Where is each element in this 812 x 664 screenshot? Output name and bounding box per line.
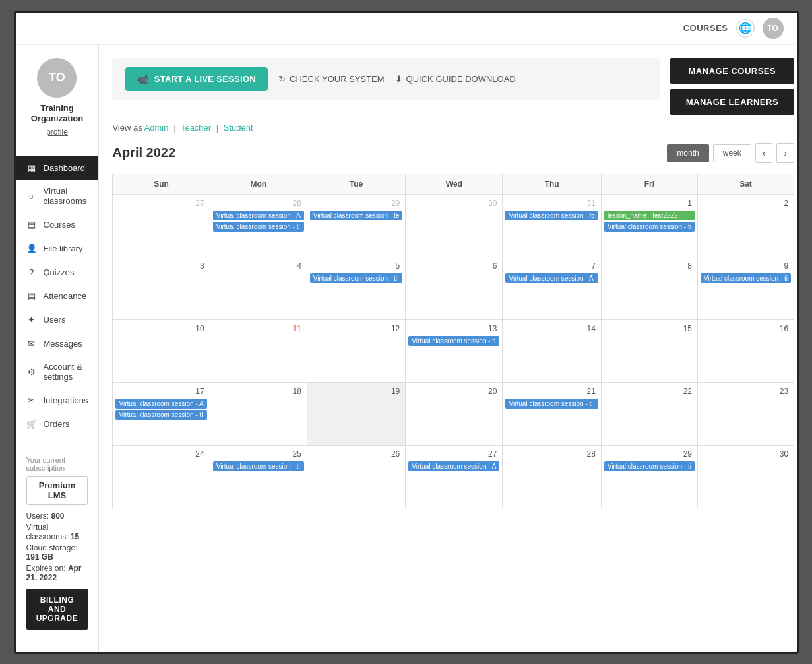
language-icon[interactable]: 🌐: [736, 19, 755, 38]
month-view-button[interactable]: month: [667, 144, 708, 162]
calendar-cell[interactable]: 20: [406, 382, 503, 445]
calendar-event[interactable]: Virtual classroom session - te: [310, 211, 402, 220]
sidebar-item-account-settings[interactable]: ⚙Account & settings: [16, 355, 99, 388]
nav-menu: ▦Dashboard○Virtual classrooms▤Courses👤Fi…: [16, 150, 99, 441]
calendar-cell[interactable]: 24: [113, 445, 210, 508]
calendar-event[interactable]: Virtual classroom session - A: [213, 211, 304, 220]
dashboard-icon: ▦: [26, 162, 37, 173]
calendar-cell[interactable]: 3: [113, 257, 210, 319]
check-system-button[interactable]: ↻ CHECK YOUR SYSTEM: [278, 74, 385, 84]
calendar-cell[interactable]: 17Virtual classroom session - AVirtual c…: [113, 382, 210, 445]
profile-link[interactable]: profile: [46, 127, 68, 137]
calendar-cell[interactable]: 28: [503, 445, 601, 508]
calendar-event[interactable]: Virtual classroom session - ti: [213, 461, 304, 471]
sidebar-item-orders[interactable]: 🛒Orders: [16, 412, 99, 436]
calendar-cell[interactable]: 22: [601, 382, 697, 445]
calendar-event[interactable]: lesson_name - test2222: [604, 211, 695, 220]
calendar-cell[interactable]: 10: [113, 319, 210, 382]
calendar-cell[interactable]: 4: [210, 257, 307, 319]
virtual-classrooms-icon: ○: [26, 191, 37, 201]
calendar-cell[interactable]: 13Virtual classroom session - ti: [406, 319, 503, 382]
calendar-grid: SunMonTueWedThuFriSat 2728Virtual classr…: [112, 174, 794, 508]
sep2: |: [216, 123, 218, 133]
billing-upgrade-button[interactable]: BILLING AND UPGRADE: [26, 589, 88, 630]
calendar-cell[interactable]: 30: [697, 445, 794, 508]
sidebar-item-quizzes[interactable]: ?Quizzes: [16, 260, 99, 284]
sidebar-item-messages[interactable]: ✉Messages: [16, 331, 99, 355]
sidebar-item-integrations[interactable]: ✂Integrations: [16, 388, 99, 412]
calendar-event[interactable]: Virtual classroom session - ti: [604, 222, 695, 232]
quick-guide-button[interactable]: ⬇ QUICK GUIDE DOWNLOAD: [395, 74, 516, 84]
calendar-cell[interactable]: 5Virtual classroom session - ti: [307, 257, 405, 319]
orders-icon: 🛒: [26, 418, 37, 429]
calendar-event[interactable]: Virtual classroom session - ti: [310, 273, 402, 283]
calendar-event[interactable]: Virtual classroom session - ti: [701, 273, 791, 283]
calendar-cell[interactable]: 21Virtual classroom session - ti: [503, 382, 601, 445]
calendar-event[interactable]: Virtual classroom session - A: [505, 273, 598, 283]
user-avatar-top[interactable]: TO: [763, 18, 784, 39]
view-as-admin[interactable]: Admin: [144, 123, 169, 133]
calendar-cell[interactable]: 28Virtual classroom session - AVirtual c…: [210, 194, 307, 257]
calendar-cell[interactable]: 2: [697, 194, 794, 257]
calendar-event[interactable]: Virtual classroom session - ti: [408, 336, 499, 346]
download-icon: ⬇: [395, 74, 402, 84]
calendar-day-header: Sat: [697, 174, 794, 194]
sidebar-item-courses[interactable]: ▤Courses: [16, 213, 99, 236]
calendar-cell[interactable]: 31Virtual classroom session - fo: [503, 194, 601, 257]
calendar-cell[interactable]: 18: [210, 382, 307, 445]
calendar-cell[interactable]: 26: [307, 445, 405, 508]
view-as-teacher[interactable]: Teacher: [181, 123, 211, 133]
calendar-cell[interactable]: 23: [697, 382, 794, 445]
calendar-cell[interactable]: 25Virtual classroom session - ti: [210, 445, 307, 508]
sidebar-item-virtual-classrooms[interactable]: ○Virtual classrooms: [16, 180, 99, 213]
top-row: 📹 START A LIVE SESSION ↻ CHECK YOUR SYST…: [112, 58, 794, 115]
calendar-event[interactable]: Virtual classroom session - ti: [115, 410, 206, 420]
sidebar-item-label: Account & settings: [44, 362, 88, 382]
sidebar-item-attendance[interactable]: ▤Attendance: [16, 284, 99, 308]
calendar-event[interactable]: Virtual classroom session - ti: [604, 461, 695, 471]
day-number: 11: [213, 323, 304, 335]
calendar-cell[interactable]: 30: [406, 194, 503, 257]
next-month-button[interactable]: ›: [776, 143, 794, 163]
calendar-cell[interactable]: 29Virtual classroom session - te: [307, 194, 405, 257]
day-number: 21: [505, 385, 598, 397]
calendar-event[interactable]: Virtual classroom session - A: [115, 399, 206, 409]
sidebar-item-dashboard[interactable]: ▦Dashboard: [16, 156, 99, 180]
calendar-event[interactable]: Virtual classroom session - ti: [213, 222, 304, 232]
profile-section: TO Training Organization profile: [16, 45, 99, 151]
calendar-cell[interactable]: 14: [503, 319, 601, 382]
sidebar-item-users[interactable]: ✦Users: [16, 308, 99, 331]
calendar-cell[interactable]: 29Virtual classroom session - ti: [601, 445, 697, 508]
calendar-cell[interactable]: 27: [113, 194, 210, 257]
calendar-event[interactable]: Virtual classroom session - fo: [505, 211, 598, 220]
calendar-event[interactable]: Virtual classroom session - ti: [505, 399, 598, 409]
calendar-cell[interactable]: 16: [697, 319, 794, 382]
sidebar-item-label: Messages: [44, 339, 82, 349]
sidebar-item-label: Courses: [44, 220, 75, 230]
calendar-cell[interactable]: 19: [307, 382, 405, 445]
manage-courses-button[interactable]: MANAGE COURSES: [670, 58, 794, 84]
calendar-cell[interactable]: 9Virtual classroom session - ti: [697, 257, 794, 319]
day-number: 24: [115, 448, 206, 460]
calendar-cell[interactable]: 1lesson_name - test2222Virtual classroom…: [601, 194, 697, 257]
calendar-cell[interactable]: 6: [406, 257, 503, 319]
week-view-button[interactable]: week: [713, 144, 751, 162]
calendar-cell[interactable]: 7Virtual classroom session - A: [503, 257, 601, 319]
calendar-cell[interactable]: 15: [601, 319, 697, 382]
calendar-cell[interactable]: 11: [210, 319, 307, 382]
file-library-icon: 👤: [26, 243, 37, 253]
calendar-header: April 2022 month week ‹ ›: [112, 143, 794, 163]
calendar-cell[interactable]: 12: [307, 319, 405, 382]
start-live-session-button[interactable]: 📹 START A LIVE SESSION: [125, 67, 268, 91]
calendar-event[interactable]: Virtual classroom session - A: [408, 461, 499, 471]
manage-learners-button[interactable]: MANAGE LEARNERS: [670, 89, 794, 115]
calendar-cell[interactable]: 8: [601, 257, 697, 319]
integrations-icon: ✂: [26, 395, 37, 405]
day-number: 26: [310, 448, 402, 460]
prev-month-button[interactable]: ‹: [755, 143, 773, 163]
sidebar-item-file-library[interactable]: 👤File library: [16, 236, 99, 260]
calendar-cell[interactable]: 27Virtual classroom session - A: [406, 445, 503, 508]
expires-detail: Expires on: Apr 21, 2022: [26, 564, 88, 582]
courses-nav-link[interactable]: COURSES: [683, 23, 728, 33]
view-as-student[interactable]: Student: [224, 123, 253, 133]
